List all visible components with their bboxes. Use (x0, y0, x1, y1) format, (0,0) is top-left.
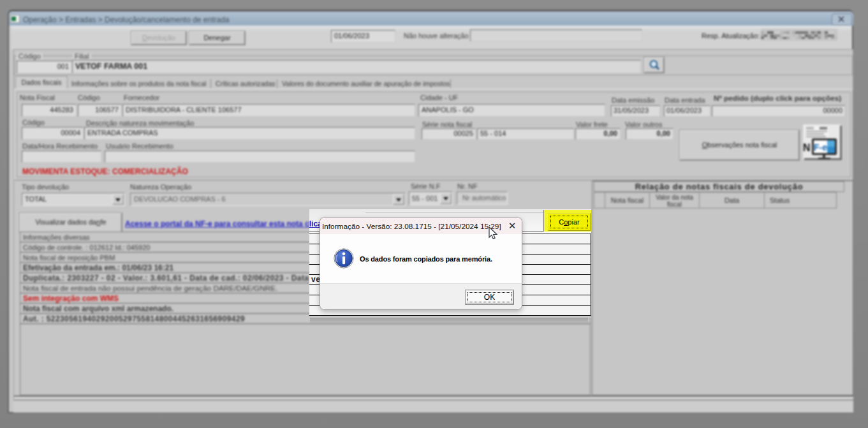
svg-text:F-e: F-e (814, 142, 827, 152)
svg-text:N: N (803, 142, 811, 153)
